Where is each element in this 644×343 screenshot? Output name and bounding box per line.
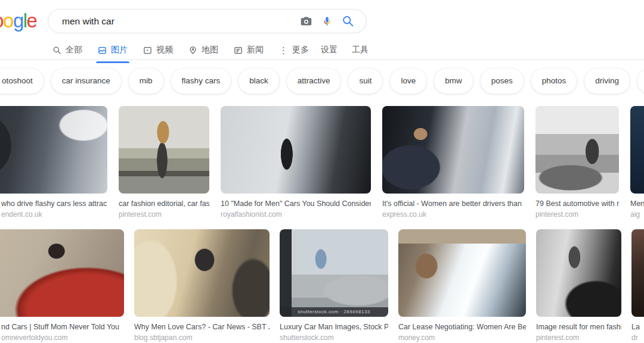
tab-label: 地图 [202, 45, 218, 55]
result-domain: pinterest.com [536, 333, 621, 342]
result-domain: omnevertoldyou.com [0, 333, 124, 342]
result-title[interactable]: Men [630, 199, 644, 208]
search-icon[interactable] [342, 15, 354, 27]
filter-chip[interactable]: car insurance [51, 68, 122, 94]
results-row: nd Cars | Stuff Mom Never Told You omnev… [0, 229, 644, 342]
tab-label: 更多 [292, 45, 309, 55]
result-domain: endent.co.uk [0, 210, 107, 219]
nav-links: 设置 工具 [321, 45, 369, 55]
result-card[interactable]: 10 "Made for Men" Cars You Should Consid… [221, 106, 371, 219]
video-icon [143, 46, 152, 55]
result-domain: pinterest.com [535, 210, 619, 219]
result-image[interactable] [119, 106, 209, 194]
result-title[interactable]: Luxury Car Man Images, Stock Ph... [280, 323, 388, 331]
tab-more[interactable]: ⋮ 更多 [279, 45, 309, 55]
tab-maps[interactable]: 地图 [188, 45, 218, 55]
result-domain: pinterest.com [119, 210, 209, 219]
filter-chip[interactable]: driving [584, 68, 630, 94]
filter-chip[interactable]: photos [531, 68, 578, 94]
result-title[interactable]: 10 "Made for Men" Cars You Should Consid… [221, 199, 371, 208]
settings-link[interactable]: 设置 [321, 45, 338, 55]
tab-all[interactable]: 全部 [52, 45, 82, 55]
filter-chip[interactable]: bmw [434, 68, 473, 94]
filter-chip[interactable]: suit [348, 68, 383, 94]
filter-chip[interactable]: love [389, 68, 427, 94]
image-icon [98, 46, 107, 55]
result-title[interactable]: car fashion editorial, car fas... [119, 199, 209, 208]
more-icon: ⋮ [279, 46, 288, 55]
result-image[interactable] [221, 106, 371, 194]
tab-videos[interactable]: 视频 [143, 45, 173, 55]
result-image[interactable] [134, 229, 270, 317]
result-card[interactable]: La dr [631, 229, 644, 342]
result-title[interactable]: who drive flashy cars less attractive... [0, 199, 107, 208]
result-title[interactable]: Car Lease Negotiating: Women Are Bett... [398, 323, 526, 331]
camera-icon[interactable] [300, 15, 312, 27]
logo-letter: g [13, 10, 23, 32]
google-logo[interactable]: Google [0, 10, 36, 32]
result-image[interactable]: shutterstock.com · 289498133 [280, 229, 388, 317]
result-title[interactable]: Image result for men fashi... [536, 323, 621, 331]
tab-label: 新闻 [247, 45, 264, 55]
map-icon [188, 46, 197, 55]
tab-label: 全部 [66, 45, 82, 55]
mic-icon[interactable] [321, 15, 333, 27]
result-title[interactable]: nd Cars | Stuff Mom Never Told You [0, 323, 124, 331]
result-title[interactable]: Why Men Love Cars? - Car News - SBT Jap.… [134, 323, 270, 331]
tab-bar: 全部 图片 视频 [52, 42, 309, 58]
filter-chip[interactable]: flashy cars [171, 68, 232, 94]
result-image[interactable] [535, 106, 619, 194]
result-card[interactable]: Men aig [630, 106, 644, 219]
result-image[interactable] [398, 229, 526, 317]
result-domain: dr [631, 333, 644, 342]
google-images-page: Google [0, 0, 644, 343]
watermark-text: shutterstock.com · 289498133 [280, 307, 388, 317]
search-input[interactable] [48, 16, 300, 27]
tab-images[interactable]: 图片 [98, 45, 128, 55]
result-domain: express.co.uk [382, 210, 524, 219]
result-image[interactable] [0, 106, 107, 194]
filter-chip[interactable]: otoshoot [0, 68, 44, 94]
result-image[interactable] [382, 106, 524, 194]
tools-link[interactable]: 工具 [352, 45, 369, 55]
result-image[interactable] [536, 229, 621, 317]
logo-letter: o [3, 10, 13, 32]
result-image[interactable] [631, 229, 644, 317]
search-bar[interactable] [48, 9, 367, 33]
result-title[interactable]: It's official - Women are better drivers… [382, 199, 524, 208]
result-domain: aig [630, 210, 644, 219]
result-domain: blog.sbtjapan.com [134, 333, 270, 342]
result-image[interactable] [630, 106, 644, 194]
filter-chip[interactable]: black [238, 68, 280, 94]
tab-label: 视频 [156, 45, 173, 55]
filter-chip[interactable]: attractive [286, 68, 342, 94]
result-card[interactable]: car fashion editorial, car fas... pinter… [119, 106, 209, 219]
results-row: who drive flashy cars less attractive...… [0, 106, 644, 219]
result-card[interactable]: Why Men Love Cars? - Car News - SBT Jap.… [134, 229, 270, 342]
result-title[interactable]: La [631, 323, 644, 331]
result-card[interactable]: shutterstock.com · 289498133 Luxury Car … [280, 229, 388, 342]
tab-label: 图片 [111, 45, 128, 55]
nav-divider [0, 60, 644, 60]
logo-letter: e [27, 10, 37, 32]
result-card[interactable]: who drive flashy cars less attractive...… [0, 106, 107, 219]
result-card[interactable]: nd Cars | Stuff Mom Never Told You omnev… [0, 229, 124, 342]
filter-chip[interactable]: poses [480, 68, 524, 94]
result-image[interactable] [0, 229, 124, 317]
result-domain: royalfashionist.com [221, 210, 371, 219]
result-card[interactable]: 79 Best automotive with m... pinterest.c… [535, 106, 619, 219]
result-card[interactable]: It's official - Women are better drivers… [382, 106, 524, 219]
news-icon [234, 46, 243, 55]
chip-bar: otoshoot car insurance mib flashy cars b… [0, 68, 644, 94]
result-card[interactable]: Image result for men fashi... pinterest.… [536, 229, 621, 342]
result-card[interactable]: Car Lease Negotiating: Women Are Bett...… [398, 229, 526, 342]
result-title[interactable]: 79 Best automotive with m... [535, 199, 619, 208]
filter-chip[interactable]: mib [128, 68, 164, 94]
search-icon [52, 46, 61, 55]
filter-chip[interactable]: lexus [637, 68, 644, 94]
result-domain: money.com [398, 333, 526, 342]
tab-news[interactable]: 新闻 [234, 45, 264, 55]
result-domain: shutterstock.com [280, 333, 388, 342]
